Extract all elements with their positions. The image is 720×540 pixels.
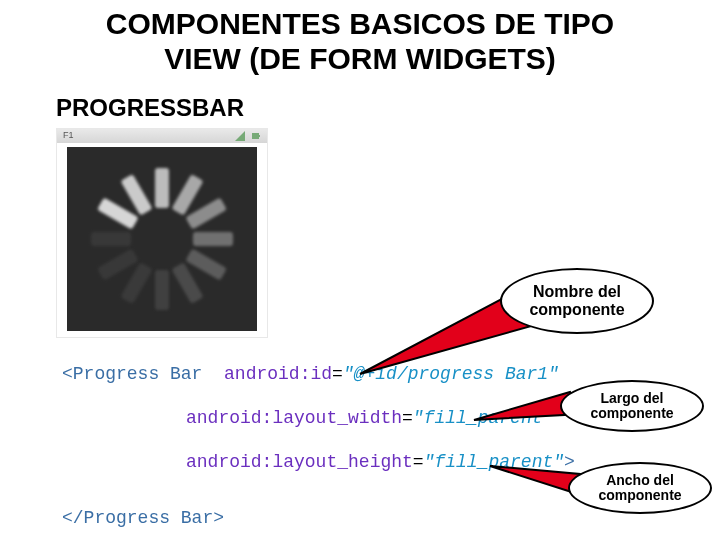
emulator-screen — [67, 147, 257, 331]
callout-bubble: Ancho del componente — [568, 462, 712, 514]
svg-marker-0 — [235, 131, 245, 141]
progress-spinner — [87, 164, 237, 314]
callout-bubble: Largo del componente — [560, 380, 704, 432]
attr-id-name: android:id — [224, 364, 332, 384]
callout-text-1a: Nombre del — [533, 283, 621, 300]
callout-bubble: Nombre del componente — [500, 268, 654, 334]
code-line-close: </Progress Bar> — [62, 508, 224, 528]
slide-title: COMPONENTES BASICOS DE TIPO VIEW (DE FOR… — [0, 6, 720, 77]
xml-close-tag: </Progress Bar> — [62, 508, 224, 528]
callout-ancho: Ancho del componente — [490, 448, 710, 520]
slide: COMPONENTES BASICOS DE TIPO VIEW (DE FOR… — [0, 0, 720, 540]
callout-text-3a: Ancho del — [606, 472, 674, 488]
emulator-label: F1 — [63, 130, 74, 140]
callout-text-1b: componente — [529, 301, 624, 318]
xml-open-tag: <Progress Bar — [62, 364, 202, 384]
title-line-1: COMPONENTES BASICOS DE TIPO — [106, 7, 614, 40]
attr-h-name: android:layout_height — [186, 452, 413, 472]
svg-rect-2 — [259, 135, 260, 137]
callout-text-2b: componente — [590, 405, 673, 421]
callout-text-3b: componente — [598, 487, 681, 503]
attr-w-name: android:layout_width — [186, 408, 402, 428]
battery-icon — [251, 131, 261, 141]
emulator-screenshot: F1 — [56, 128, 268, 338]
emulator-statusbar: F1 — [57, 129, 267, 143]
callout-text-2a: Largo del — [600, 390, 663, 406]
svg-rect-1 — [252, 133, 259, 139]
signal-icon — [235, 131, 245, 141]
section-subtitle: PROGRESSBAR — [56, 94, 244, 122]
title-line-2: VIEW (DE FORM WIDGETS) — [164, 42, 556, 75]
callout-largo: Largo del componente — [470, 370, 710, 440]
